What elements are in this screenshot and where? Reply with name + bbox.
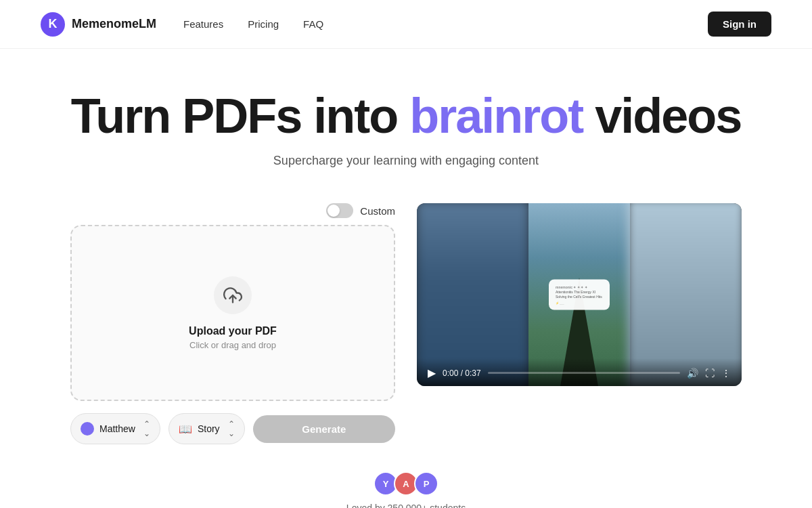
video-overlay-footer: ⚡ ___ <box>556 301 603 305</box>
nav-link-features[interactable]: Features <box>183 18 223 30</box>
fullscreen-button[interactable]: ⛶ <box>705 368 715 379</box>
controls-row: Matthew ⌃⌄ 📖 Story ⌃⌄ Generate <box>70 413 395 444</box>
upload-title: Upload your PDF <box>189 325 277 337</box>
signin-button[interactable]: Sign in <box>708 12 771 37</box>
logo-icon: K <box>41 12 65 37</box>
video-overlay-card: mnemonic ✦ ✦ ✦ ✦ Attentionitis The Energ… <box>549 280 610 310</box>
hero-title-accent: brainrot <box>409 89 583 143</box>
avatar-group: Y A P <box>0 471 812 496</box>
logo-text: MemenomeLM <box>72 17 156 31</box>
custom-label: Custom <box>360 205 395 217</box>
social-proof: Y A P Loved by 250,000+ students <box>0 458 812 508</box>
voice-select[interactable]: Matthew ⌃⌄ <box>70 413 160 444</box>
video-time: 0:00 / 0:37 <box>443 368 481 378</box>
voice-label: Matthew <box>99 423 135 434</box>
hero-section: Turn PDFs into brainrot videos Superchar… <box>0 49 812 182</box>
video-overlay-title: mnemonic ✦ ✦ ✦ ✦ <box>556 285 603 289</box>
main-content: Custom Upload your PDF Click or drag and… <box>0 182 812 458</box>
loved-text: Loved by 250,000+ students <box>0 503 812 508</box>
avatar-p: P <box>414 471 438 496</box>
hero-title-part1: Turn PDFs into <box>71 89 410 143</box>
more-options-button[interactable]: ⋮ <box>721 368 731 379</box>
upload-area[interactable]: Upload your PDF Click or drag and drop <box>70 225 395 401</box>
upload-icon-wrapper <box>214 276 252 314</box>
navbar: K MemenomeLM Features Pricing FAQ Sign i… <box>0 0 812 49</box>
book-icon: 📖 <box>179 423 192 436</box>
upload-subtitle: Click or drag and drop <box>189 340 276 350</box>
video-controls-bar: ▶ 0:00 / 0:37 🔊 ⛶ ⋮ <box>417 358 742 386</box>
style-chevron-icon: ⌃⌄ <box>228 419 235 438</box>
left-panel: Custom Upload your PDF Click or drag and… <box>70 203 395 444</box>
upload-icon <box>223 286 242 305</box>
hero-title: Turn PDFs into brainrot videos <box>14 89 798 143</box>
style-label: Story <box>198 423 220 434</box>
custom-toggle[interactable] <box>326 203 353 218</box>
video-container: mnemonic ✦ ✦ ✦ ✦ Attentionitis The Energ… <box>417 203 742 386</box>
nav-links: Features Pricing FAQ <box>183 18 708 30</box>
logo[interactable]: K MemenomeLM <box>41 12 156 37</box>
voice-avatar <box>81 422 94 436</box>
play-button[interactable]: ▶ <box>428 366 436 379</box>
video-progress-bar[interactable] <box>488 372 680 374</box>
toggle-knob <box>328 205 340 217</box>
generate-button[interactable]: Generate <box>253 415 395 443</box>
voice-chevron-icon: ⌃⌄ <box>143 419 150 438</box>
video-overlay-text: Attentionitis The Energy XI Solving the … <box>556 290 603 299</box>
style-select[interactable]: 📖 Story ⌃⌄ <box>168 413 245 444</box>
volume-button[interactable]: 🔊 <box>687 368 698 379</box>
video-panel: mnemonic ✦ ✦ ✦ ✦ Attentionitis The Energ… <box>417 203 742 386</box>
custom-row: Custom <box>70 203 395 218</box>
hero-subtitle: Supercharge your learning with engaging … <box>14 154 798 168</box>
nav-link-pricing[interactable]: Pricing <box>248 18 279 30</box>
hero-title-part2: videos <box>583 89 741 143</box>
nav-link-faq[interactable]: FAQ <box>303 18 323 30</box>
